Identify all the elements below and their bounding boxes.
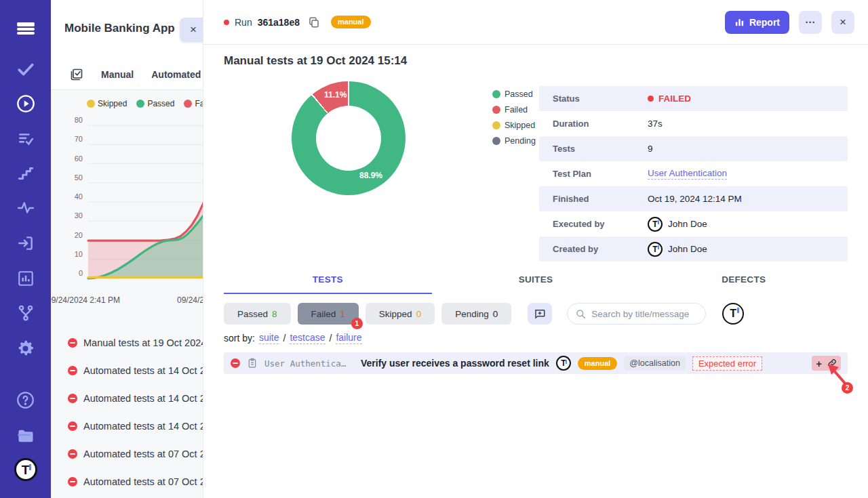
tests-check-icon[interactable] (0, 60, 51, 78)
assignee-avatar[interactable]: T (722, 303, 744, 325)
project-panel: Mobile Banking App × Manual Automated Sk… (51, 0, 203, 498)
failed-status-icon (68, 477, 77, 486)
tab-manual[interactable]: Manual (101, 69, 134, 80)
run-detail: Run 361a18e8 manual Report ··· × Manual … (203, 0, 868, 498)
report-chart-icon[interactable] (0, 270, 51, 287)
settings-gear-icon[interactable] (0, 339, 51, 358)
detail-row-tests: Tests 9 (539, 136, 848, 161)
trend-x-axis: 09/24/2024 2:41 PM 09/24/2024 2:54 PM (51, 295, 203, 308)
testomat-logo[interactable]: T (0, 458, 51, 481)
detail-row-finished: Finished Oct 19, 2024 12:14 PM (539, 186, 848, 211)
filter-bar: Passed8 Failed11 Skipped0 Pending0 T (224, 303, 848, 325)
trend-legend: Skipped Passed Failed (87, 99, 203, 108)
passed-dot (136, 100, 144, 108)
skipped-dot (492, 121, 500, 129)
panel-tabs: Manual Automated (51, 68, 203, 81)
test-result-row[interactable]: User Authentica… Verify user receives a … (224, 352, 848, 374)
run-list-item[interactable]: Automated tests at 07 Oct 2 (51, 440, 203, 468)
run-topbar: Run 361a18e8 manual Report ··· × (203, 0, 868, 45)
sort-label: sort by: (224, 333, 255, 344)
panel-collapse-button[interactable]: × (180, 18, 203, 42)
runs-board-icon (70, 68, 83, 81)
run-id: 361a18e8 (258, 17, 300, 28)
more-button[interactable]: ··· (799, 11, 822, 34)
filter-failed[interactable]: Failed11 (298, 303, 359, 325)
detail-row-testplan: Test Plan User Authentication (539, 161, 848, 186)
trend-y-axis: 01020304050607080 (51, 121, 83, 278)
tab-tests[interactable]: TESTS (224, 274, 432, 294)
filter-pending[interactable]: Pending0 (441, 303, 511, 325)
report-button[interactable]: Report (725, 11, 789, 34)
detail-row-status: Status FAILED (539, 86, 848, 111)
passed-dot (492, 90, 500, 98)
tab-defects[interactable]: DEFECTS (639, 274, 848, 294)
x-label-end: 09/24/2024 2:54 PM (172, 295, 203, 305)
user-avatar: T (648, 217, 663, 232)
skipped-dot (87, 100, 95, 108)
run-status-dot (224, 20, 229, 25)
donut-passed-label: 88.9% (359, 171, 382, 180)
add-comment-button[interactable] (528, 303, 552, 325)
result-tabs: TESTS SUITES DEFECTS (224, 274, 848, 294)
detail-row-duration: Duration 37s (539, 111, 848, 136)
run-list-item[interactable]: Automated tests at 14 Oct 2 (51, 412, 203, 440)
run-header: Run 361a18e8 manual (224, 16, 371, 28)
legend-skipped: Skipped (98, 99, 127, 108)
search-input[interactable] (591, 309, 697, 319)
filter-passed[interactable]: Passed8 (224, 303, 291, 325)
trend-chart-area: Skipped Passed Failed 01020304050607080 … (51, 90, 203, 498)
branch-icon[interactable] (0, 304, 51, 322)
run-list-item[interactable]: Automated tests at 07 Oct 2 (51, 468, 203, 495)
sort-by-testcase[interactable]: testcase (290, 332, 325, 344)
filter-skipped[interactable]: Skipped0 (366, 303, 435, 325)
test-tag[interactable]: @localisation (624, 356, 686, 370)
legend-failed: Failed (195, 99, 203, 108)
detail-row-executed-by: Executed by TJohn Doe (539, 211, 848, 236)
status-failed: FAILED (648, 94, 691, 104)
result-donut-chart: 11.1% 88.9% (292, 81, 406, 195)
trend-plot (88, 125, 203, 278)
failed-status-icon (68, 449, 77, 459)
donut-failed-label: 11.1% (324, 90, 347, 100)
test-title[interactable]: Verify user receives a password reset li… (361, 358, 549, 369)
menu-icon[interactable] (0, 20, 51, 26)
steps-icon[interactable] (0, 165, 51, 182)
failed-status-icon (68, 421, 77, 431)
activity-icon[interactable] (0, 199, 51, 217)
failed-dot (184, 100, 192, 108)
run-list-item[interactable]: Automated tests at 14 Oct 2 (51, 356, 203, 384)
copy-icon[interactable] (308, 16, 320, 28)
user-avatar: T (648, 242, 663, 257)
failed-status-icon (68, 338, 77, 348)
annotation-badge: 2 (842, 382, 853, 394)
failed-status-icon (231, 358, 240, 368)
sign-in-icon[interactable] (0, 234, 51, 252)
run-list-item[interactable]: Automated tests at 14 Oct 2 (51, 384, 203, 412)
clipboard-icon (247, 358, 258, 369)
sort-by-failure[interactable]: failure (336, 332, 361, 344)
sort-by-suite[interactable]: suite (259, 332, 279, 344)
tab-automated[interactable]: Automated (151, 69, 201, 80)
sidebar: T (0, 0, 51, 498)
comment-plus-icon (534, 308, 546, 320)
donut-legend: Passed Failed Skipped Pending (492, 89, 536, 152)
add-issue-button[interactable]: + (816, 358, 822, 369)
failed-dot (492, 106, 500, 114)
checklist-icon[interactable] (0, 130, 51, 148)
run-details-table: Status FAILED Duration 37s Tests 9 Test … (539, 86, 848, 262)
run-list-item[interactable]: Manual tests at 19 Oct 2024 (51, 329, 203, 356)
failed-count-badge: 1 (351, 318, 363, 329)
projects-folder-icon[interactable] (0, 426, 51, 445)
close-button[interactable]: × (831, 11, 854, 34)
search-icon (576, 309, 586, 319)
detail-row-created-by: Created by TJohn Doe (539, 236, 848, 262)
test-plan-link[interactable]: User Authentication (648, 168, 727, 180)
test-type-badge: manual (578, 357, 618, 370)
runs-play-icon[interactable] (0, 94, 51, 113)
help-icon[interactable] (0, 391, 51, 409)
legend-passed: Passed (147, 99, 174, 108)
app-root: T Mobile Banking App × Manual Automated … (0, 0, 868, 498)
expected-error-badge[interactable]: Expected error (692, 356, 762, 371)
tab-suites[interactable]: SUITES (432, 274, 640, 294)
run-list: Manual tests at 19 Oct 2024 Automated te… (51, 329, 203, 495)
